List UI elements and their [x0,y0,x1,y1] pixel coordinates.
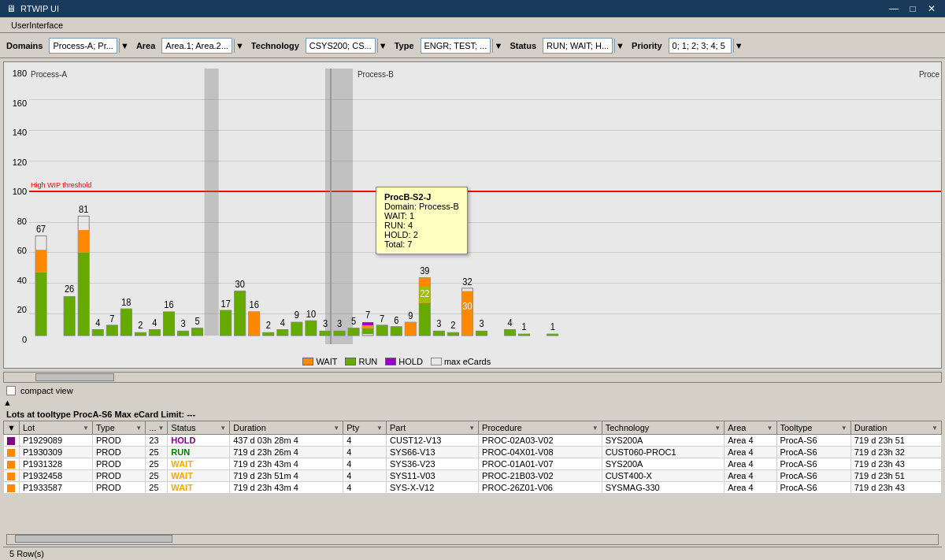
row-technology: CUST060-PROC1 [602,447,724,458]
row-misc: 25 [146,482,168,494]
main-content: 180 160 140 120 100 80 60 40 20 0 [0,58,945,560]
status-select[interactable]: RUN; WAIT; H... [543,38,613,54]
table-head: ▼ Lot ▼ Type ▼ [4,421,942,435]
row-type: PROD [92,447,145,458]
row-lot: P1931328 [19,458,92,470]
row-duration: 719 d 23h 26m 4 [230,447,343,458]
chart-legend: WAIT RUN HOLD max eCards [302,357,491,366]
svg-text:4: 4 [280,318,286,328]
svg-text:6: 6 [394,315,398,325]
row-indicator-cell [4,447,20,458]
priority-dropdown-arrow[interactable]: ▼ [733,39,744,53]
minimize-button[interactable]: — [887,2,901,16]
row-part: SYS36-V23 [387,458,479,470]
svg-text:9: 9 [295,310,299,321]
row-status: WAIT [168,482,230,494]
col-duration2-header[interactable]: Duration ▼ [850,421,941,435]
svg-rect-40 [249,312,260,336]
type-select[interactable]: ENGR; TEST; ... [421,38,491,54]
svg-text:7: 7 [380,313,384,324]
col-status-header[interactable]: Status ▼ [168,421,230,435]
table-row[interactable]: P1931328 PROD 25 WAIT 719 d 23h 43m 4 4 … [4,458,942,470]
col-area-header[interactable]: Area ▼ [724,421,776,435]
col-duration-header[interactable]: Duration ▼ [230,421,343,435]
col-part-header[interactable]: Part ▼ [387,421,479,435]
maximize-button[interactable]: □ [906,2,920,16]
table-row[interactable]: P1932458 PROD 25 WAIT 719 d 23h 51m 4 4 … [4,470,942,482]
technology-select[interactable]: CSYS200; CS... [306,38,376,54]
legend-run-label: RUN [358,357,377,366]
table-section: Lots at tooltype ProcA-S6 Max eCard Limi… [3,408,942,560]
row-area: Area 4 [724,447,776,458]
svg-rect-9 [92,330,103,336]
row-duration2: 719 d 23h 43 [850,458,941,470]
col-selector-header[interactable]: ▼ [4,421,20,435]
table-header-row: ▼ Lot ▼ Type ▼ [4,421,942,435]
row-procedure: PROC-21B03-V02 [479,470,602,482]
col-misc-header[interactable]: ... ▼ [146,421,168,435]
table-scrollbar[interactable] [6,534,939,545]
chart-scrollbar[interactable] [3,372,942,383]
technology-label: Technology [251,41,299,50]
col-priority-header[interactable]: Pty ▼ [343,421,387,435]
row-duration: 719 d 23h 43m 4 [230,482,343,494]
row-type: PROD [92,482,145,494]
close-button[interactable]: ✕ [925,2,939,16]
menu-item-userinterface[interactable]: UserInterface [6,20,68,31]
col-lot-header[interactable]: Lot ▼ [19,421,92,435]
svg-text:2: 2 [138,321,143,331]
chart-area[interactable]: 180 160 140 120 100 80 60 40 20 0 [3,61,942,369]
row-duration: 719 d 23h 51m 4 [230,470,343,482]
type-dropdown-arrow[interactable]: ▼ [492,39,503,53]
row-lot: P1929089 [19,435,92,447]
table-row[interactable]: P1929089 PROD 23 HOLD 437 d 03h 28m 4 4 … [4,435,942,447]
table-body: P1929089 PROD 23 HOLD 437 d 03h 28m 4 4 … [4,435,942,494]
status-dropdown-arrow[interactable]: ▼ [614,39,625,53]
expand-arrow[interactable]: ▲ [0,397,945,408]
table-row[interactable]: P1930309 PROD 25 RUN 719 d 23h 26m 4 4 S… [4,447,942,458]
technology-dropdown-arrow[interactable]: ▼ [377,39,388,53]
priority-select[interactable]: 0; 1; 2; 3; 4; 5 [669,38,732,54]
area-dropdown-arrow[interactable]: ▼ [234,39,245,53]
compact-view-label: compact view [20,386,73,395]
svg-rect-97 [505,330,516,336]
svg-text:1: 1 [550,322,555,332]
svg-rect-49 [291,322,302,336]
chart-scrollbar-thumb[interactable] [35,373,114,381]
table-scrollbar-thumb[interactable] [15,535,172,543]
svg-rect-58 [334,331,345,336]
table-scroll-area[interactable]: ▼ Lot ▼ Type ▼ [3,421,942,532]
row-duration: 719 d 23h 43m 4 [230,458,343,470]
row-lot: P1933587 [19,482,92,494]
row-indicator [7,437,15,445]
row-technology: SYS200A [602,458,724,470]
svg-text:1: 1 [522,322,527,332]
row-type: PROD [92,435,145,447]
compact-view-checkbox[interactable] [6,386,16,395]
row-part: SYS11-V03 [387,470,479,482]
area-select[interactable]: Area.1; Area.2... [161,38,232,54]
row-duration2: 719 d 23h 51 [850,470,941,482]
svg-rect-84 [433,331,444,336]
svg-rect-94 [476,331,487,336]
svg-text:30: 30 [235,279,245,289]
row-technology: SYSMAG-330 [602,482,724,494]
table-row[interactable]: P1933587 PROD 25 WAIT 719 d 23h 43m 4 4 … [4,482,942,494]
y-axis: 180 160 140 120 100 80 60 40 20 0 [4,69,29,344]
row-priority: 4 [343,458,387,470]
svg-text:32: 32 [462,276,472,287]
svg-text:9: 9 [408,311,413,321]
title-bar: 🖥 RTWIP UI — □ ✕ [0,0,945,17]
bar-wait [35,250,46,272]
row-indicator [7,449,15,457]
svg-rect-27 [177,331,188,336]
col-procedure-header[interactable]: Procedure ▼ [479,421,602,435]
row-indicator-cell [4,470,20,482]
row-lot: P1930309 [19,447,92,458]
tooltip-total: Total: 7 [384,239,459,249]
domains-dropdown-arrow[interactable]: ▼ [119,39,130,53]
col-technology-header[interactable]: Technology ▼ [602,421,724,435]
domains-select[interactable]: Process-A; Pr... [49,38,117,54]
col-tooltype-header[interactable]: Tooltype ▼ [776,421,850,435]
col-type-header[interactable]: Type ▼ [92,421,145,435]
